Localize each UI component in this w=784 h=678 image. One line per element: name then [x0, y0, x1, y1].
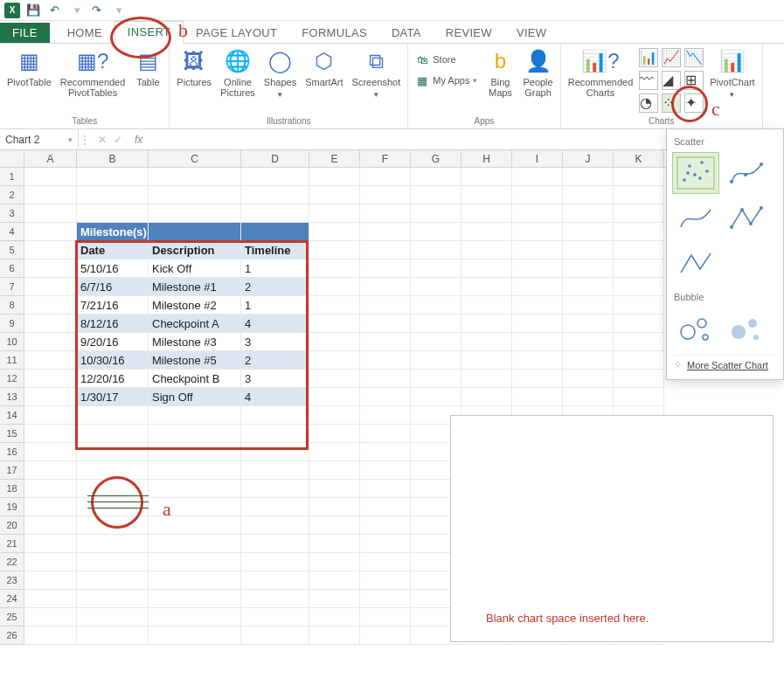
cell[interactable]	[360, 480, 411, 498]
cell[interactable]	[24, 186, 77, 204]
cell[interactable]	[309, 535, 360, 553]
cell[interactable]	[241, 516, 309, 535]
cell[interactable]	[309, 608, 360, 626]
cell[interactable]	[563, 241, 614, 259]
row-header-22[interactable]: 22	[0, 553, 24, 571]
chart-type-pie[interactable]: ◔	[639, 93, 658, 113]
cell[interactable]	[149, 406, 241, 425]
more-scatter-charts-link[interactable]: ⁘ More Scatter Chart	[672, 355, 778, 374]
cell[interactable]	[309, 406, 360, 425]
cell[interactable]	[360, 590, 411, 608]
cell[interactable]	[241, 425, 309, 443]
cell[interactable]	[241, 223, 309, 241]
row-header-15[interactable]: 15	[0, 425, 24, 443]
cell[interactable]	[24, 516, 77, 535]
cell[interactable]	[309, 516, 360, 535]
cell[interactable]: 1	[241, 259, 309, 278]
cell[interactable]	[24, 553, 77, 571]
cell[interactable]	[149, 461, 241, 480]
cell[interactable]	[411, 168, 461, 186]
cell[interactable]	[360, 351, 411, 370]
cell[interactable]: Milestone #2	[149, 296, 241, 315]
undo-button[interactable]: ↶	[45, 2, 63, 19]
cell[interactable]	[241, 498, 309, 516]
cell[interactable]	[563, 259, 614, 278]
cell[interactable]: 6/7/16	[77, 278, 149, 296]
cell[interactable]	[563, 223, 614, 241]
tab-home[interactable]: HOME	[55, 23, 114, 43]
cell[interactable]	[77, 186, 149, 204]
cell[interactable]	[24, 571, 77, 590]
cell[interactable]	[77, 626, 149, 645]
cell[interactable]	[512, 351, 563, 370]
cell[interactable]	[241, 626, 309, 645]
cell[interactable]	[149, 186, 241, 204]
cell[interactable]	[24, 443, 77, 461]
cell[interactable]	[149, 590, 241, 608]
cell[interactable]	[241, 406, 309, 425]
cell[interactable]	[360, 204, 411, 223]
row-header-12[interactable]: 12	[0, 370, 24, 388]
cell[interactable]	[360, 626, 411, 645]
cell[interactable]	[309, 590, 360, 608]
cell[interactable]	[309, 461, 360, 480]
cell[interactable]	[411, 259, 461, 278]
save-button[interactable]: 💾	[24, 2, 42, 19]
cell[interactable]	[512, 278, 563, 296]
cell[interactable]	[309, 388, 360, 406]
cell[interactable]	[360, 535, 411, 553]
cell[interactable]	[24, 204, 77, 223]
cell[interactable]	[563, 168, 614, 186]
bing-maps-button[interactable]: b Bing Maps	[482, 45, 517, 100]
chart-type-bar[interactable]: 📈	[662, 48, 681, 67]
tab-data[interactable]: DATA	[379, 23, 434, 43]
cell[interactable]: 3	[241, 370, 309, 388]
cell[interactable]	[241, 590, 309, 608]
cell[interactable]	[411, 333, 461, 351]
cell[interactable]	[24, 425, 77, 443]
pictures-button[interactable]: 🖼 Pictures	[173, 45, 215, 89]
row-header-19[interactable]: 19	[0, 498, 24, 516]
tab-review[interactable]: REVIEW	[434, 23, 504, 43]
cell[interactable]	[563, 315, 614, 333]
row-header-10[interactable]: 10	[0, 333, 24, 351]
cell[interactable]	[77, 590, 149, 608]
cell[interactable]	[360, 498, 411, 516]
cell[interactable]: Date	[77, 241, 149, 259]
row-header-23[interactable]: 23	[0, 571, 24, 590]
cell[interactable]	[309, 204, 360, 223]
cell[interactable]	[77, 406, 149, 425]
row-header-7[interactable]: 7	[0, 278, 24, 296]
cell[interactable]: Milestone(s)	[77, 223, 149, 241]
cell[interactable]	[461, 370, 512, 388]
cell[interactable]	[512, 370, 563, 388]
cell[interactable]	[512, 223, 563, 241]
cell[interactable]	[77, 553, 149, 571]
cell[interactable]	[77, 608, 149, 626]
cell[interactable]	[77, 461, 149, 480]
cell[interactable]	[24, 223, 77, 241]
cell[interactable]	[614, 370, 664, 388]
cell[interactable]	[360, 553, 411, 571]
cell[interactable]	[149, 535, 241, 553]
cell[interactable]: 5/10/16	[77, 259, 149, 278]
cell[interactable]	[149, 553, 241, 571]
cell[interactable]	[360, 168, 411, 186]
col-header-B[interactable]: B	[77, 150, 149, 167]
scatter-option-straight-lines-markers[interactable]	[723, 197, 770, 239]
cell[interactable]	[411, 388, 461, 406]
col-header-H[interactable]: H	[461, 150, 512, 167]
cell[interactable]	[309, 443, 360, 461]
confirm-formula-icon[interactable]: ✓	[114, 134, 122, 146]
cell[interactable]	[360, 516, 411, 535]
cell[interactable]	[614, 186, 664, 204]
cell[interactable]	[461, 223, 512, 241]
cell[interactable]	[614, 168, 664, 186]
cell[interactable]	[461, 278, 512, 296]
cell[interactable]	[563, 278, 614, 296]
cell[interactable]: 2	[241, 278, 309, 296]
col-header-G[interactable]: G	[411, 150, 461, 167]
cell[interactable]: Checkpoint B	[149, 370, 241, 388]
cell[interactable]	[360, 315, 411, 333]
cell[interactable]	[411, 223, 461, 241]
